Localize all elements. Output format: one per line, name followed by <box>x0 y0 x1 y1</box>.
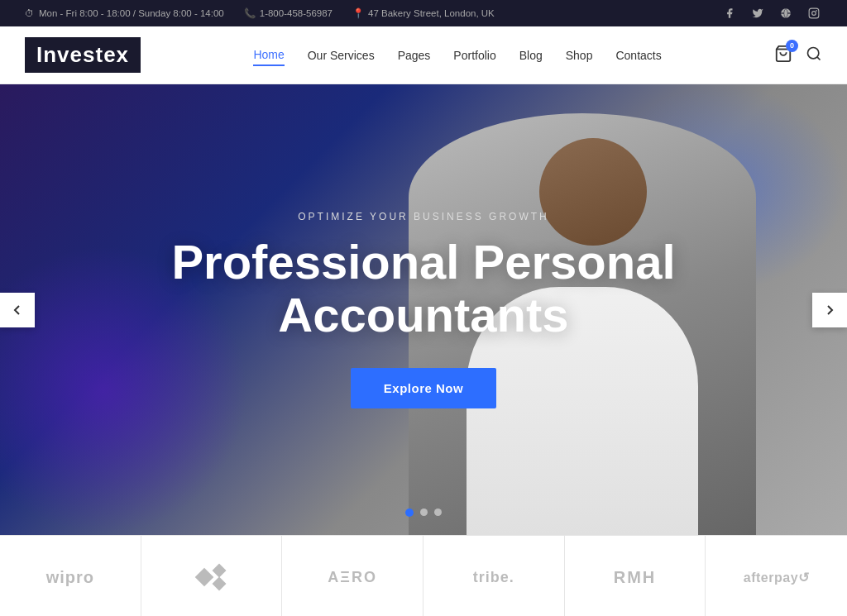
partner-tribe[interactable]: tribe. <box>424 536 565 616</box>
diamond-icon-2 <box>213 564 227 578</box>
svg-point-4 <box>816 11 817 12</box>
hero-next-button[interactable] <box>812 293 847 327</box>
social-links <box>721 5 822 21</box>
nav-item-contacts[interactable]: Contacts <box>615 45 661 65</box>
address-info: 📍 47 Bakery Street, London, UK <box>352 7 495 19</box>
hero-subtitle: Optimize Your Business Growth <box>298 211 548 222</box>
partner-diamonds[interactable] <box>141 536 283 616</box>
clock-icon: ⏱ <box>25 8 35 18</box>
hero-section: Optimize Your Business Growth Profession… <box>0 84 847 535</box>
hero-prev-button[interactable] <box>0 293 35 327</box>
hero-content: Optimize Your Business Growth Profession… <box>0 84 847 535</box>
hero-dot-1[interactable] <box>405 509 414 517</box>
svg-rect-2 <box>809 8 819 18</box>
nav-item-blog[interactable]: Blog <box>519 45 543 65</box>
globe-icon[interactable] <box>778 5 794 21</box>
nav-item-services[interactable]: Our Services <box>308 45 375 65</box>
phone-info: 📞 1-800-458-56987 <box>244 7 333 19</box>
search-button[interactable] <box>806 45 822 65</box>
partners-bar: wipro AΞRO tribe. RMH afterpay↺ <box>0 535 847 616</box>
phone-icon: 📞 <box>244 7 256 19</box>
top-bar-info: ⏱ Mon - Fri 8:00 - 18:00 / Sunday 8:00 -… <box>25 7 495 19</box>
header: Investex Home Our Services Pages Portfol… <box>0 26 847 84</box>
twitter-icon[interactable] <box>749 5 766 21</box>
nav-item-pages[interactable]: Pages <box>398 45 431 65</box>
cart-badge: 0 <box>786 40 798 52</box>
partner-wipro[interactable]: wipro <box>0 536 141 616</box>
hero-dot-2[interactable] <box>420 509 428 516</box>
site-logo[interactable]: Investex <box>25 37 141 73</box>
location-icon: 📍 <box>352 7 364 19</box>
hero-dot-3[interactable] <box>434 509 442 516</box>
diamond-icon-3 <box>213 577 227 591</box>
svg-point-6 <box>808 47 819 58</box>
partner-afterpay[interactable]: afterpay↺ <box>706 536 847 616</box>
business-hours: ⏱ Mon - Fri 8:00 - 18:00 / Sunday 8:00 -… <box>25 8 224 18</box>
top-bar: ⏱ Mon - Fri 8:00 - 18:00 / Sunday 8:00 -… <box>0 0 847 26</box>
nav-item-home[interactable]: Home <box>253 45 284 66</box>
hero-dots <box>405 509 442 517</box>
hero-title: Professional Personal Accountants <box>167 236 680 341</box>
nav-right: 0 <box>774 45 822 66</box>
cart-button[interactable]: 0 <box>774 45 792 66</box>
nav-item-shop[interactable]: Shop <box>566 45 593 65</box>
explore-button[interactable]: Explore Now <box>351 368 496 408</box>
partner-rmh[interactable]: RMH <box>565 536 706 616</box>
instagram-icon[interactable] <box>806 5 822 21</box>
diamond-icon-1 <box>195 568 214 587</box>
facebook-icon[interactable] <box>721 5 738 21</box>
partner-aero[interactable]: AΞRO <box>282 536 424 616</box>
main-nav: Home Our Services Pages Portfolio Blog S… <box>253 45 661 66</box>
svg-point-3 <box>812 12 816 16</box>
nav-item-portfolio[interactable]: Portfolio <box>453 45 495 65</box>
